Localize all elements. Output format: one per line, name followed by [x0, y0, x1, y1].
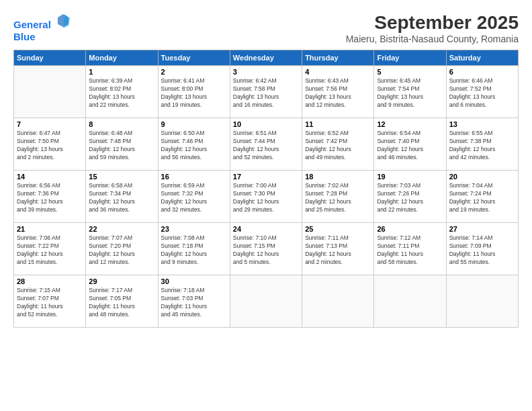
- day-number: 25: [305, 225, 371, 233]
- day-info: Sunrise: 7:18 AMSunset: 7:03 PMDaylight:…: [161, 287, 227, 319]
- calendar-cell: 29Sunrise: 7:17 AMSunset: 7:05 PMDayligh…: [86, 275, 158, 328]
- day-number: 12: [377, 120, 443, 128]
- day-number: 3: [233, 68, 299, 76]
- logo-text: General: [13, 12, 71, 31]
- week-row-2: 7Sunrise: 6:47 AMSunset: 7:50 PMDaylight…: [14, 118, 519, 171]
- calendar-cell: 13Sunrise: 6:55 AMSunset: 7:38 PMDayligh…: [446, 118, 518, 171]
- day-number: 28: [17, 277, 83, 285]
- day-number: 21: [17, 225, 83, 233]
- day-number: 18: [305, 173, 371, 181]
- day-number: 22: [89, 225, 154, 233]
- calendar-cell: 22Sunrise: 7:07 AMSunset: 7:20 PMDayligh…: [86, 223, 158, 275]
- day-number: 14: [17, 173, 83, 181]
- week-row-5: 28Sunrise: 7:15 AMSunset: 7:07 PMDayligh…: [14, 275, 519, 328]
- calendar-cell: 23Sunrise: 7:08 AMSunset: 7:18 PMDayligh…: [158, 223, 230, 275]
- calendar-cell: 9Sunrise: 6:50 AMSunset: 7:46 PMDaylight…: [158, 118, 230, 171]
- day-number: 11: [305, 120, 371, 128]
- day-number: 20: [449, 173, 515, 181]
- day-info: Sunrise: 7:17 AMSunset: 7:05 PMDaylight:…: [89, 287, 154, 319]
- day-info: Sunrise: 6:54 AMSunset: 7:40 PMDaylight:…: [377, 130, 443, 162]
- day-info: Sunrise: 6:46 AMSunset: 7:52 PMDaylight:…: [449, 77, 515, 109]
- calendar-cell: 21Sunrise: 7:06 AMSunset: 7:22 PMDayligh…: [14, 223, 86, 275]
- day-info: Sunrise: 6:42 AMSunset: 7:58 PMDaylight:…: [233, 77, 299, 109]
- day-info: Sunrise: 7:07 AMSunset: 7:20 PMDaylight:…: [89, 234, 154, 267]
- weekday-row: SundayMondayTuesdayWednesdayThursdayFrid…: [14, 50, 519, 66]
- day-info: Sunrise: 6:51 AMSunset: 7:44 PMDaylight:…: [233, 130, 299, 162]
- logo-general: General: [13, 19, 51, 30]
- logo-blue: Blue: [13, 31, 71, 43]
- calendar-header: SundayMondayTuesdayWednesdayThursdayFrid…: [14, 50, 519, 66]
- week-row-3: 14Sunrise: 6:56 AMSunset: 7:36 PMDayligh…: [14, 171, 519, 223]
- calendar-cell: 1Sunrise: 6:39 AMSunset: 8:02 PMDaylight…: [86, 66, 158, 118]
- weekday-header-thursday: Thursday: [302, 50, 374, 66]
- day-info: Sunrise: 7:03 AMSunset: 7:26 PMDaylight:…: [377, 182, 443, 214]
- calendar-cell: 15Sunrise: 6:58 AMSunset: 7:34 PMDayligh…: [86, 171, 158, 223]
- calendar-cell: 10Sunrise: 6:51 AMSunset: 7:44 PMDayligh…: [230, 118, 302, 171]
- calendar-cell: [446, 275, 518, 328]
- day-info: Sunrise: 6:59 AMSunset: 7:32 PMDaylight:…: [161, 182, 227, 214]
- calendar-cell: 5Sunrise: 6:45 AMSunset: 7:54 PMDaylight…: [374, 66, 446, 118]
- day-number: 19: [377, 173, 443, 181]
- calendar-cell: 17Sunrise: 7:00 AMSunset: 7:30 PMDayligh…: [230, 171, 302, 223]
- day-info: Sunrise: 6:50 AMSunset: 7:46 PMDaylight:…: [161, 130, 227, 162]
- weekday-header-tuesday: Tuesday: [158, 50, 230, 66]
- calendar-cell: 3Sunrise: 6:42 AMSunset: 7:58 PMDaylight…: [230, 66, 302, 118]
- calendar: SundayMondayTuesdayWednesdayThursdayFrid…: [13, 50, 519, 328]
- day-number: 8: [89, 120, 154, 128]
- week-row-4: 21Sunrise: 7:06 AMSunset: 7:22 PMDayligh…: [14, 223, 519, 275]
- logo: General Blue: [13, 12, 71, 43]
- calendar-cell: 24Sunrise: 7:10 AMSunset: 7:15 PMDayligh…: [230, 223, 302, 275]
- day-number: 6: [449, 68, 515, 76]
- day-number: 16: [161, 173, 227, 181]
- calendar-cell: 6Sunrise: 6:46 AMSunset: 7:52 PMDaylight…: [446, 66, 518, 118]
- calendar-cell: 12Sunrise: 6:54 AMSunset: 7:40 PMDayligh…: [374, 118, 446, 171]
- calendar-cell: 30Sunrise: 7:18 AMSunset: 7:03 PMDayligh…: [158, 275, 230, 328]
- day-number: 13: [449, 120, 515, 128]
- header: General Blue September 2025 Maieru, Bist…: [13, 12, 519, 44]
- day-info: Sunrise: 7:06 AMSunset: 7:22 PMDaylight:…: [17, 234, 83, 267]
- calendar-cell: 18Sunrise: 7:02 AMSunset: 7:28 PMDayligh…: [302, 171, 374, 223]
- day-info: Sunrise: 6:56 AMSunset: 7:36 PMDaylight:…: [17, 182, 83, 214]
- calendar-cell: [230, 275, 302, 328]
- weekday-header-saturday: Saturday: [446, 50, 518, 66]
- day-info: Sunrise: 6:43 AMSunset: 7:56 PMDaylight:…: [305, 77, 371, 109]
- day-info: Sunrise: 7:02 AMSunset: 7:28 PMDaylight:…: [305, 182, 371, 214]
- calendar-cell: 16Sunrise: 6:59 AMSunset: 7:32 PMDayligh…: [158, 171, 230, 223]
- day-number: 17: [233, 173, 299, 181]
- day-number: 30: [161, 277, 227, 285]
- day-info: Sunrise: 7:12 AMSunset: 7:11 PMDaylight:…: [377, 234, 443, 267]
- day-number: 24: [233, 225, 299, 233]
- page: General Blue September 2025 Maieru, Bist…: [0, 0, 532, 411]
- day-info: Sunrise: 6:47 AMSunset: 7:50 PMDaylight:…: [17, 130, 83, 162]
- calendar-cell: 11Sunrise: 6:52 AMSunset: 7:42 PMDayligh…: [302, 118, 374, 171]
- week-row-1: 1Sunrise: 6:39 AMSunset: 8:02 PMDaylight…: [14, 66, 519, 118]
- day-number: 9: [161, 120, 227, 128]
- day-info: Sunrise: 6:45 AMSunset: 7:54 PMDaylight:…: [377, 77, 443, 109]
- day-info: Sunrise: 7:15 AMSunset: 7:07 PMDaylight:…: [17, 287, 83, 319]
- day-number: 4: [305, 68, 371, 76]
- calendar-cell: 7Sunrise: 6:47 AMSunset: 7:50 PMDaylight…: [14, 118, 86, 171]
- calendar-body: 1Sunrise: 6:39 AMSunset: 8:02 PMDaylight…: [14, 66, 519, 328]
- day-info: Sunrise: 7:10 AMSunset: 7:15 PMDaylight:…: [233, 234, 299, 267]
- day-info: Sunrise: 6:58 AMSunset: 7:34 PMDaylight:…: [89, 182, 154, 214]
- weekday-header-monday: Monday: [86, 50, 158, 66]
- logo-icon: [55, 12, 71, 28]
- title-area: September 2025 Maieru, Bistrita-Nasaud C…: [346, 12, 519, 44]
- calendar-cell: [14, 66, 86, 118]
- day-number: 10: [233, 120, 299, 128]
- day-number: 7: [17, 120, 83, 128]
- subtitle: Maieru, Bistrita-Nasaud County, Romania: [346, 34, 519, 44]
- calendar-cell: 25Sunrise: 7:11 AMSunset: 7:13 PMDayligh…: [302, 223, 374, 275]
- day-number: 29: [89, 277, 154, 285]
- weekday-header-sunday: Sunday: [14, 50, 86, 66]
- day-info: Sunrise: 6:55 AMSunset: 7:38 PMDaylight:…: [449, 130, 515, 162]
- day-number: 15: [89, 173, 154, 181]
- calendar-cell: 27Sunrise: 7:14 AMSunset: 7:09 PMDayligh…: [446, 223, 518, 275]
- day-info: Sunrise: 7:00 AMSunset: 7:30 PMDaylight:…: [233, 182, 299, 214]
- calendar-cell: 20Sunrise: 7:04 AMSunset: 7:24 PMDayligh…: [446, 171, 518, 223]
- day-info: Sunrise: 7:08 AMSunset: 7:18 PMDaylight:…: [161, 234, 227, 267]
- calendar-cell: 8Sunrise: 6:48 AMSunset: 7:48 PMDaylight…: [86, 118, 158, 171]
- calendar-cell: [374, 275, 446, 328]
- calendar-cell: 26Sunrise: 7:12 AMSunset: 7:11 PMDayligh…: [374, 223, 446, 275]
- day-info: Sunrise: 7:11 AMSunset: 7:13 PMDaylight:…: [305, 234, 371, 267]
